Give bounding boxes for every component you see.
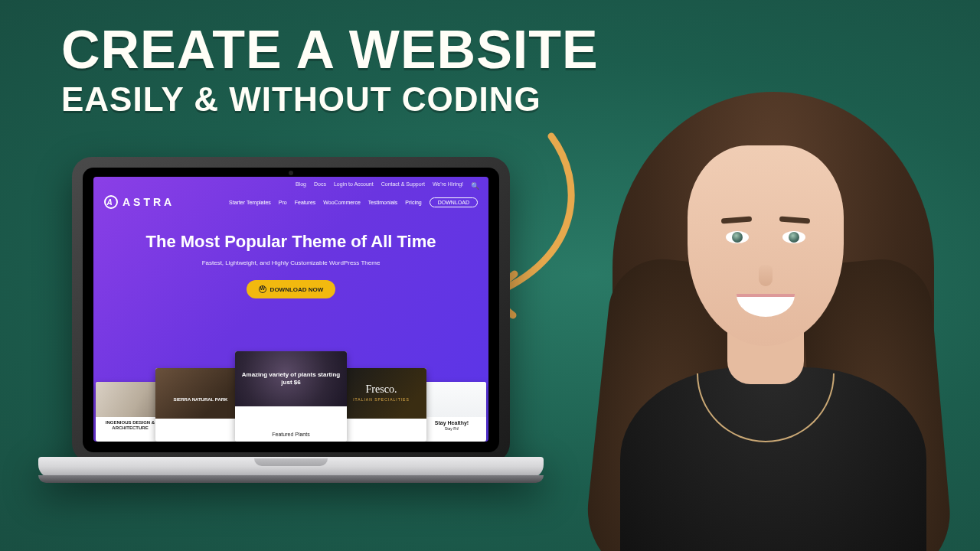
card-caption: Stay Healthy! Stay Fit!	[417, 417, 486, 434]
card-caption: SIERRA NATURAL PARK	[155, 394, 246, 406]
card-image	[96, 382, 165, 417]
topbar-link[interactable]: Login to Account	[334, 181, 374, 189]
presenter-face	[688, 145, 844, 346]
showcase-card[interactable]: Amazing variety of plants starting just …	[235, 351, 347, 442]
headline: Create a Website Easily & Without Coding	[61, 23, 599, 116]
nav-link[interactable]: Pro	[279, 200, 287, 205]
site-nav: A ASTRA Starter Templates Pro Features W…	[93, 189, 488, 215]
nav-links: Starter Templates Pro Features WooCommer…	[229, 197, 478, 207]
eye-icon	[726, 231, 749, 243]
card-image	[417, 382, 486, 417]
topbar-link[interactable]: Docs	[314, 181, 326, 189]
nose-icon	[759, 265, 773, 286]
nav-link[interactable]: Features	[295, 200, 316, 205]
brand-logomark-icon: A	[104, 195, 118, 209]
showcase-card[interactable]: Stay Healthy! Stay Fit!	[417, 382, 486, 442]
showcase-card[interactable]: SIERRA NATURAL PARK	[155, 368, 246, 442]
site-topbar: Blog Docs Login to Account Contact & Sup…	[93, 177, 488, 189]
nav-link[interactable]: WooCommerce	[323, 200, 361, 205]
headline-line-2: Easily & Without Coding	[61, 83, 599, 116]
brand-logo[interactable]: A ASTRA	[104, 195, 175, 209]
webcam-dot	[289, 171, 293, 175]
mouth-icon	[737, 294, 795, 317]
eye-icon	[782, 231, 805, 243]
laptop-bezel: Blog Docs Login to Account Contact & Sup…	[83, 168, 499, 452]
wordpress-icon	[259, 285, 266, 293]
eyebrow-icon	[721, 217, 752, 224]
brand-name: ASTRA	[122, 196, 175, 208]
cta-label: DOWNLOAD NOW	[270, 286, 324, 293]
card-caption-line: Stay Fit!	[420, 426, 484, 431]
topbar-link[interactable]: Contact & Support	[381, 181, 425, 189]
card-brand: Fresco.	[336, 383, 426, 396]
laptop-base	[38, 457, 544, 478]
card-tag: ITALIAN SPECIALITIES	[336, 397, 426, 402]
nav-link[interactable]: Starter Templates	[229, 200, 271, 205]
hero-title: The Most Popular Theme of All Time	[109, 232, 473, 252]
hero-section: The Most Popular Theme of All Time Faste…	[93, 215, 488, 306]
search-icon[interactable]: 🔍	[471, 182, 479, 190]
showcase-card[interactable]: INGENIOUS DESIGN & ARCHITECTURE	[96, 382, 165, 442]
laptop-lid: Blog Docs Login to Account Contact & Sup…	[72, 157, 510, 463]
hero-subtitle: Fastest, Lightweight, and Highly Customi…	[109, 259, 473, 266]
download-button[interactable]: DOWNLOAD	[430, 197, 478, 207]
topbar-link[interactable]: We're Hiring!	[433, 181, 463, 189]
card-caption: Amazing variety of plants starting just …	[235, 368, 347, 389]
card-footer: Featured Plants	[235, 427, 347, 442]
laptop-screen: Blog Docs Login to Account Contact & Sup…	[93, 177, 488, 442]
topbar-link[interactable]: Blog	[296, 181, 306, 189]
showcase-card[interactable]: Fresco. ITALIAN SPECIALITIES	[336, 368, 426, 442]
card-image	[155, 368, 246, 419]
eyebrow-icon	[779, 217, 810, 224]
cta-button[interactable]: DOWNLOAD NOW	[247, 280, 336, 298]
laptop-mockup: Blog Docs Login to Account Contact & Sup…	[38, 157, 544, 509]
headline-line-1: Create a Website	[61, 23, 599, 77]
card-caption-line: Stay Healthy!	[435, 420, 469, 425]
nav-link[interactable]: Testimonials	[368, 200, 398, 205]
card-caption: INGENIOUS DESIGN & ARCHITECTURE	[96, 417, 165, 434]
presenter-photo	[551, 61, 980, 551]
template-showcase: INGENIOUS DESIGN & ARCHITECTURE SIERRA N…	[93, 342, 488, 442]
nav-link[interactable]: Pricing	[405, 200, 421, 205]
